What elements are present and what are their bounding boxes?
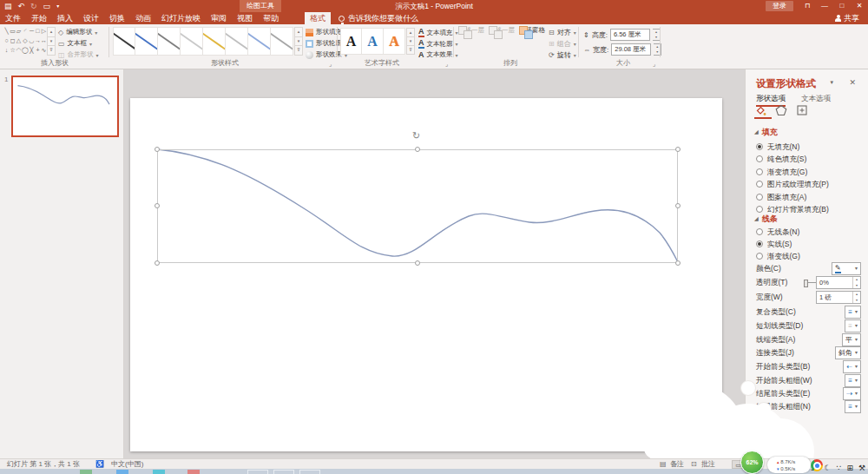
- chrome-icon[interactable]: [811, 459, 823, 471]
- line-option[interactable]: 无线条(N): [756, 227, 863, 240]
- resize-handle-n[interactable]: [415, 147, 420, 152]
- tab-format-active[interactable]: 格式: [305, 12, 331, 24]
- insert-shapes-scrollbar[interactable]: ▴ ▾ ⊽: [47, 27, 56, 56]
- pane-options-icon[interactable]: ▾: [830, 79, 833, 86]
- tab-insert[interactable]: 插入: [52, 12, 78, 24]
- text-box-button[interactable]: ▭ 文本框 ▾: [58, 39, 92, 48]
- pane-close-icon[interactable]: ✕: [849, 78, 856, 87]
- tab-slideshow[interactable]: 幻灯片放映: [156, 12, 206, 24]
- fill-option[interactable]: 纯色填充(S): [756, 155, 863, 167]
- width-input[interactable]: 29.08 厘米: [611, 43, 651, 56]
- dialog-launcher-icon[interactable]: ⌟: [329, 61, 332, 67]
- scroll-down-icon[interactable]: ▾: [47, 37, 56, 47]
- text-effects-button[interactable]: A 文本效果 ▾: [418, 50, 458, 59]
- line-option[interactable]: 实线(S): [756, 240, 863, 252]
- shape-arrow-down-icon[interactable]: ↓: [3, 46, 10, 55]
- rotate-handle-icon[interactable]: ↻: [412, 131, 420, 141]
- edit-shape-button[interactable]: ◇ 编辑形状 ▾: [58, 28, 97, 36]
- save-icon[interactable]: ▤: [4, 0, 12, 12]
- dialog-launcher-icon[interactable]: ⌟: [445, 61, 448, 67]
- size-properties-icon[interactable]: [796, 104, 813, 119]
- shape-line2-icon[interactable]: ─: [29, 27, 35, 36]
- taskbar-app-icon[interactable]: [187, 470, 200, 474]
- resize-handle-e[interactable]: [675, 203, 681, 208]
- slide[interactable]: ↻: [130, 98, 722, 451]
- radio-selected-icon[interactable]: [756, 240, 763, 247]
- shape-style-gallery[interactable]: [113, 27, 293, 56]
- line-color-button[interactable]: ✎ ▾: [832, 262, 861, 275]
- scroll-down-icon[interactable]: ▾: [294, 37, 303, 47]
- minimize-icon[interactable]: —: [816, 0, 833, 12]
- shape-style-scrollbar[interactable]: ▴ ▾ ⊽: [294, 27, 303, 56]
- begin-arrow-type-dropdown[interactable]: ⇠▾: [843, 360, 861, 373]
- tab-help[interactable]: 帮助: [258, 12, 284, 24]
- line-style-item[interactable]: [226, 27, 248, 56]
- shape-line-icon[interactable]: ╲: [3, 27, 10, 36]
- cap-type-dropdown[interactable]: 平▾: [842, 333, 861, 346]
- join-type-dropdown[interactable]: 斜角▾: [835, 346, 861, 359]
- line-style-item[interactable]: [113, 27, 135, 56]
- shape-freeform-icon[interactable]: ∿: [41, 46, 47, 55]
- tab-review[interactable]: 审阅: [206, 12, 232, 24]
- slide-canvas[interactable]: ↻: [125, 69, 745, 458]
- height-input[interactable]: 6.56 厘米: [610, 29, 650, 41]
- shape-arrow-right-icon[interactable]: →: [35, 36, 41, 45]
- radio-icon[interactable]: [756, 228, 763, 235]
- align-button[interactable]: ⊟ 对齐 ▾: [549, 28, 576, 37]
- shape-arc-icon[interactable]: ◜: [22, 27, 29, 36]
- tab-file[interactable]: 文件: [0, 12, 26, 24]
- scroll-down-icon[interactable]: ▾: [406, 37, 415, 46]
- radio-icon[interactable]: [756, 155, 763, 162]
- slide-thumbnail[interactable]: [11, 76, 119, 137]
- taskbar-button[interactable]: [273, 470, 294, 474]
- scroll-up-icon[interactable]: ▴: [294, 27, 303, 37]
- tab-transitions[interactable]: 切换: [104, 12, 130, 24]
- ime-punctuation-icon[interactable]: ∵: [837, 464, 842, 472]
- wordart-gallery[interactable]: A A A: [340, 28, 405, 55]
- dialog-launcher-icon[interactable]: ⌟: [653, 61, 655, 67]
- tab-view[interactable]: 视图: [232, 12, 258, 24]
- begin-arrow-size-dropdown[interactable]: ≡▾: [845, 374, 861, 387]
- shape-arrow-both-icon[interactable]: ↔: [41, 36, 47, 45]
- line-style-item[interactable]: [158, 27, 181, 56]
- line-section-header[interactable]: ◢线条: [754, 214, 778, 225]
- share-button[interactable]: 共享: [835, 12, 868, 24]
- resize-handle-ne[interactable]: [675, 147, 681, 152]
- end-arrow-type-dropdown[interactable]: ⇢▾: [843, 387, 861, 400]
- resize-handle-w[interactable]: [155, 203, 160, 208]
- text-fill-button[interactable]: A 文本填充 ▾: [418, 28, 458, 37]
- ime-fullhalf-icon[interactable]: ☾: [825, 464, 832, 472]
- redo-icon[interactable]: ↻: [30, 0, 37, 12]
- tab-animations[interactable]: 动画: [130, 12, 156, 24]
- gallery-more-icon[interactable]: ⊽: [47, 46, 56, 56]
- wordart-item[interactable]: A: [340, 28, 362, 55]
- radio-icon[interactable]: [756, 168, 763, 175]
- ime-softkeyboard-icon[interactable]: ⊞: [846, 464, 853, 472]
- slideshow-icon[interactable]: ▭: [43, 0, 51, 12]
- shape-square-icon[interactable]: □: [35, 27, 41, 36]
- qat-customize-icon[interactable]: ▾: [56, 0, 59, 12]
- fill-and-line-icon[interactable]: [754, 104, 772, 119]
- wordart-item[interactable]: A: [384, 28, 405, 55]
- compound-type-dropdown[interactable]: ≡▾: [845, 306, 861, 319]
- resize-handle-se[interactable]: [675, 260, 681, 266]
- line-style-item[interactable]: [135, 27, 158, 56]
- rotate-button[interactable]: ⟳ 旋转 ▾: [549, 50, 576, 60]
- shape-diamond-icon[interactable]: ◇: [22, 36, 29, 45]
- scroll-up-icon[interactable]: ▴: [406, 28, 415, 37]
- line-style-item[interactable]: [271, 27, 293, 56]
- spin-down-icon[interactable]: ▾: [853, 283, 860, 289]
- tab-home[interactable]: 开始: [26, 12, 52, 24]
- tab-design[interactable]: 设计: [78, 12, 104, 24]
- shape-arc2-icon[interactable]: ◠: [16, 46, 22, 55]
- scroll-up-icon[interactable]: ▴: [47, 27, 56, 37]
- shape-triangle-icon[interactable]: △: [16, 36, 22, 45]
- line-width-stepper[interactable]: ▴▾: [852, 292, 860, 303]
- wordart-scrollbar[interactable]: ▴ ▾ ⊽: [406, 28, 415, 55]
- taskbar-app-icon[interactable]: [153, 470, 165, 474]
- gallery-more-icon[interactable]: ⊽: [294, 46, 303, 56]
- transparency-stepper[interactable]: ▴▾: [852, 277, 860, 288]
- fill-option[interactable]: 图片或纹理填充(P): [756, 180, 863, 192]
- signin-button[interactable]: 登录: [766, 1, 793, 11]
- group-button[interactable]: ⊞ 组合 ▾: [549, 39, 576, 49]
